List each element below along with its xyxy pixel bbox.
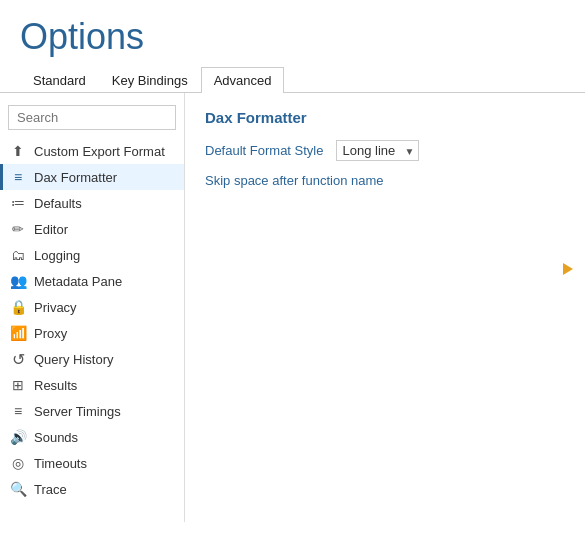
page-title: Options [0, 0, 585, 66]
tab-advanced[interactable]: Advanced [201, 67, 285, 93]
sidebar-item-custom-export[interactable]: ⬆ Custom Export Format [0, 138, 184, 164]
sidebar-item-label: Trace [34, 482, 67, 497]
setting-row-format-style: Default Format Style Long line Short lin… [205, 140, 565, 161]
server-timings-icon: ≡ [10, 403, 26, 419]
query-history-icon: ↺ [10, 351, 26, 367]
cursor-indicator [563, 263, 573, 275]
sidebar-item-label: Results [34, 378, 77, 393]
custom-export-icon: ⬆ [10, 143, 26, 159]
sidebar-item-label: Editor [34, 222, 68, 237]
sidebar-item-label: Query History [34, 352, 113, 367]
tab-standard[interactable]: Standard [20, 67, 99, 93]
main-panel: Dax Formatter Default Format Style Long … [185, 93, 585, 522]
metadata-icon: 👥 [10, 273, 26, 289]
sidebar-item-label: Sounds [34, 430, 78, 445]
sidebar-item-label: Proxy [34, 326, 67, 341]
tab-key-bindings[interactable]: Key Bindings [99, 67, 201, 93]
sidebar-item-defaults[interactable]: ≔ Defaults [0, 190, 184, 216]
content-area: ⬆ Custom Export Format ≡ Dax Formatter ≔… [0, 93, 585, 522]
sidebar-item-dax-formatter[interactable]: ≡ Dax Formatter [0, 164, 184, 190]
sidebar-item-label: Timeouts [34, 456, 87, 471]
editor-icon: ✏ [10, 221, 26, 237]
format-style-dropdown[interactable]: Long line Short line [336, 140, 419, 161]
sidebar-item-label: Privacy [34, 300, 77, 315]
privacy-icon: 🔒 [10, 299, 26, 315]
defaults-icon: ≔ [10, 195, 26, 211]
sidebar-item-sounds[interactable]: 🔊 Sounds [0, 424, 184, 450]
sidebar-item-label: Metadata Pane [34, 274, 122, 289]
skip-space-label[interactable]: Skip space after function name [205, 173, 384, 188]
sidebar-item-label: Logging [34, 248, 80, 263]
search-input[interactable] [8, 105, 176, 130]
sidebar-item-results[interactable]: ⊞ Results [0, 372, 184, 398]
proxy-icon: 📶 [10, 325, 26, 341]
format-style-dropdown-container: Long line Short line ▼ [336, 140, 419, 161]
sidebar: ⬆ Custom Export Format ≡ Dax Formatter ≔… [0, 93, 185, 522]
sidebar-item-label: Server Timings [34, 404, 121, 419]
default-format-style-label[interactable]: Default Format Style [205, 143, 324, 158]
sidebar-item-timeouts[interactable]: ◎ Timeouts [0, 450, 184, 476]
sidebar-item-trace[interactable]: 🔍 Trace [0, 476, 184, 502]
results-icon: ⊞ [10, 377, 26, 393]
sidebar-item-metadata-pane[interactable]: 👥 Metadata Pane [0, 268, 184, 294]
trace-icon: 🔍 [10, 481, 26, 497]
sounds-icon: 🔊 [10, 429, 26, 445]
sidebar-item-editor[interactable]: ✏ Editor [0, 216, 184, 242]
setting-row-skip-space: Skip space after function name [205, 173, 565, 188]
timeouts-icon: ◎ [10, 455, 26, 471]
sidebar-item-proxy[interactable]: 📶 Proxy [0, 320, 184, 346]
tabs-bar: Standard Key Bindings Advanced [0, 66, 585, 93]
sidebar-item-logging[interactable]: 🗂 Logging [0, 242, 184, 268]
sidebar-item-server-timings[interactable]: ≡ Server Timings [0, 398, 184, 424]
section-title: Dax Formatter [205, 109, 565, 126]
dax-formatter-icon: ≡ [10, 169, 26, 185]
sidebar-item-privacy[interactable]: 🔒 Privacy [0, 294, 184, 320]
sidebar-item-label: Defaults [34, 196, 82, 211]
sidebar-item-label: Dax Formatter [34, 170, 117, 185]
sidebar-item-label: Custom Export Format [34, 144, 165, 159]
sidebar-item-query-history[interactable]: ↺ Query History [0, 346, 184, 372]
logging-icon: 🗂 [10, 247, 26, 263]
